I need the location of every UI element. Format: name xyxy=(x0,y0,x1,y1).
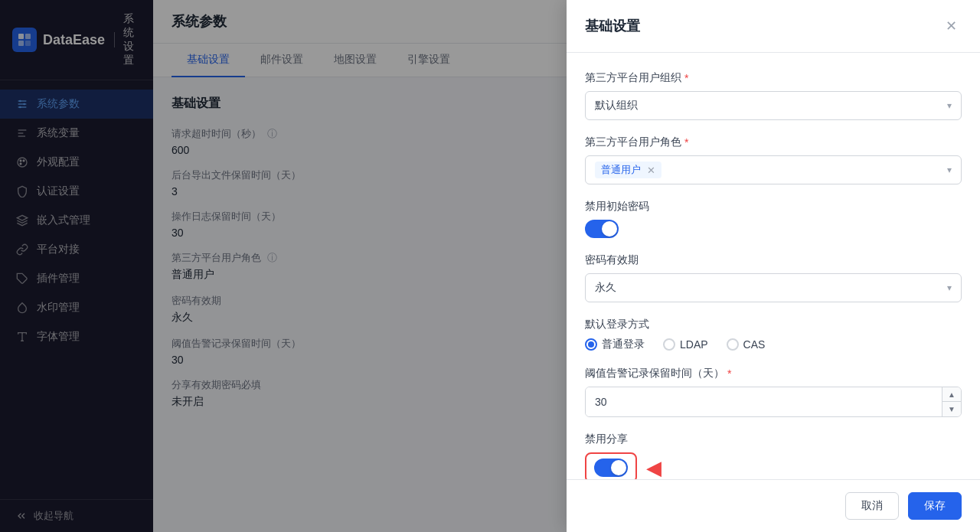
required-mark: * xyxy=(684,72,688,84)
radio-circle-ldap xyxy=(663,338,675,351)
form-group-login-method: 默认登录方式 普通登录 LDAP CAS xyxy=(585,318,962,351)
spinner-down-button[interactable]: ▼ xyxy=(942,402,961,416)
radio-normal-login[interactable]: 普通登录 xyxy=(585,338,645,351)
spinner-up-button[interactable]: ▲ xyxy=(942,387,961,402)
role-tag: 普通用户 ✕ xyxy=(595,162,662,178)
number-spinners: ▲ ▼ xyxy=(942,387,961,416)
org-select-value: 默认组织 xyxy=(595,99,947,113)
form-label-threshold-days: 阈值告警记录保留时间（天） * xyxy=(585,367,962,380)
disable-share-toggle[interactable] xyxy=(594,459,628,477)
form-group-disable-init-pwd: 禁用初始密码 xyxy=(585,200,962,238)
role-select[interactable]: 普通用户 ✕ ▾ xyxy=(585,155,962,184)
settings-dialog: 基础设置 ✕ 第三方平台用户组织 * 默认组织 ▾ 第三方平台用户角色 * xyxy=(567,0,980,532)
dialog-header: 基础设置 ✕ xyxy=(567,0,980,53)
radio-circle-cas xyxy=(727,338,739,351)
form-label-disable-share: 禁用分享 xyxy=(585,432,962,446)
required-mark-2: * xyxy=(684,136,688,149)
dialog-title: 基础设置 xyxy=(585,17,640,35)
threshold-days-input-wrapper: ▲ ▼ xyxy=(585,387,962,417)
threshold-days-input[interactable] xyxy=(586,387,942,416)
form-label-org: 第三方平台用户组织 * xyxy=(585,71,962,85)
form-group-pwd-validity: 密码有效期 永久 ▾ xyxy=(585,253,962,302)
form-label-pwd-validity: 密码有效期 xyxy=(585,253,962,267)
disable-share-highlight xyxy=(585,452,637,479)
disable-share-row: ◀ xyxy=(585,452,962,479)
toggle-knob xyxy=(602,221,617,237)
chevron-down-icon-3: ▾ xyxy=(947,282,952,293)
login-method-radio-group: 普通登录 LDAP CAS xyxy=(585,338,962,351)
radio-ldap[interactable]: LDAP xyxy=(663,338,708,351)
tag-remove-button[interactable]: ✕ xyxy=(647,165,655,176)
form-group-threshold-days: 阈值告警记录保留时间（天） * ▲ ▼ xyxy=(585,367,962,417)
form-label-login-method: 默认登录方式 xyxy=(585,318,962,331)
dialog-body: 第三方平台用户组织 * 默认组织 ▾ 第三方平台用户角色 * 普通用户 ✕ xyxy=(567,53,980,479)
org-select[interactable]: 默认组织 ▾ xyxy=(585,91,962,120)
radio-cas[interactable]: CAS xyxy=(727,338,766,351)
close-button[interactable]: ✕ xyxy=(940,15,962,37)
chevron-down-icon: ▾ xyxy=(947,100,952,111)
required-mark-3: * xyxy=(727,367,731,380)
pwd-validity-value: 永久 xyxy=(595,281,947,295)
disable-init-pwd-toggle[interactable] xyxy=(585,220,619,238)
cancel-button[interactable]: 取消 xyxy=(845,492,899,520)
save-button[interactable]: 保存 xyxy=(908,492,962,520)
form-group-org: 第三方平台用户组织 * 默认组织 ▾ xyxy=(585,71,962,120)
form-group-disable-share: 禁用分享 ◀ xyxy=(585,432,962,479)
toggle-knob-share xyxy=(611,460,626,475)
toggle-wrapper-init-pwd xyxy=(585,220,962,238)
form-group-role: 第三方平台用户角色 * 普通用户 ✕ ▾ xyxy=(585,135,962,184)
role-select-inner: 普通用户 ✕ xyxy=(595,162,947,178)
dialog-footer: 取消 保存 xyxy=(567,479,980,532)
pwd-validity-select[interactable]: 永久 ▾ xyxy=(585,273,962,302)
form-label-role: 第三方平台用户角色 * xyxy=(585,135,962,149)
red-arrow-icon: ◀ xyxy=(646,458,662,478)
radio-circle-normal xyxy=(585,338,597,351)
chevron-down-icon-2: ▾ xyxy=(947,165,952,175)
form-label-disable-init-pwd: 禁用初始密码 xyxy=(585,200,962,214)
